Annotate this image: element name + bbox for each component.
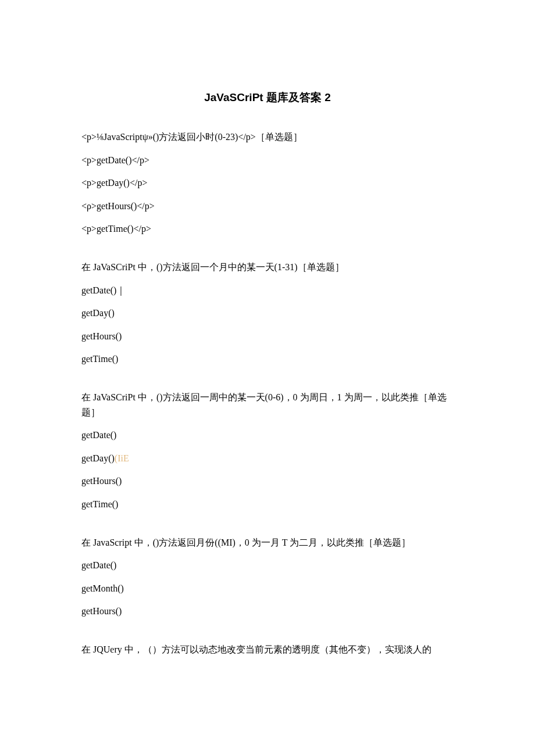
document-page: JaVaSCriPt 题库及答案 2 <p>⅛JavaScriptψ»()方法返…: [0, 0, 535, 756]
page-title: JaVaSCriPt 题库及答案 2: [81, 90, 454, 105]
option-c: getHours(): [81, 329, 454, 344]
question-stem: 在 JQUery 中，（）方法可以动态地改变当前元素的透明度（其他不变），实现淡…: [81, 642, 454, 657]
option-c: getHours(): [81, 604, 454, 619]
question-stem: 在 JaVaSCriPt 中，()方法返回一个月中的某一天(1-31)［单选题］: [81, 260, 454, 275]
option-c: <ρ>getHours()</p>: [81, 199, 454, 214]
option-b-text: getDay(): [81, 453, 115, 463]
option-b: getDay()(IiE: [81, 451, 454, 466]
option-d: getTime(): [81, 497, 454, 512]
question-stem: <p>⅛JavaScriptψ»()方法返回小时(0-23)</p>［单选题］: [81, 130, 454, 145]
option-b: getDay(): [81, 306, 454, 321]
option-a: getDate(): [81, 428, 454, 443]
option-b: getMonth(): [81, 581, 454, 596]
question-block-4: 在 JavaScript 中，()方法返回月份((MI)，0 为一月 T 为二月…: [81, 535, 454, 619]
question-block-5: 在 JQUery 中，（）方法可以动态地改变当前元素的透明度（其他不变），实现淡…: [81, 642, 454, 657]
option-c: getHours(): [81, 474, 454, 489]
answer-marker: (IiE: [115, 453, 129, 463]
option-d: getTime(): [81, 352, 454, 367]
question-stem: 在 JavaScript 中，()方法返回月份((MI)，0 为一月 T 为二月…: [81, 535, 454, 550]
question-block-2: 在 JaVaSCriPt 中，()方法返回一个月中的某一天(1-31)［单选题］…: [81, 260, 454, 367]
option-a: getDate()｜: [81, 283, 454, 298]
option-d: <p>getTime()</p>: [81, 221, 454, 237]
question-block-1: <p>⅛JavaScriptψ»()方法返回小时(0-23)</p>［单选题］ …: [81, 130, 454, 237]
option-b: <p>getDay()</p>: [81, 175, 454, 191]
question-stem: 在 JaVaSCriPt 中，()方法返回一周中的某一天(0-6)，0 为周日，…: [81, 390, 454, 420]
question-block-3: 在 JaVaSCriPt 中，()方法返回一周中的某一天(0-6)，0 为周日，…: [81, 390, 454, 512]
option-a: <p>getDate()</p>: [81, 153, 454, 168]
option-a: getDate(): [81, 558, 454, 573]
